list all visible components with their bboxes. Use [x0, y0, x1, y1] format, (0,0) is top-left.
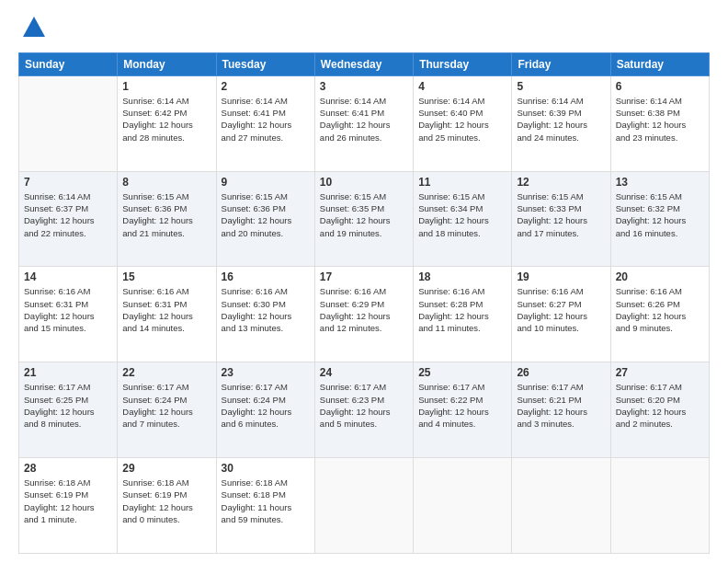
calendar-day-cell	[414, 458, 512, 554]
header	[18, 15, 710, 45]
day-number: 30	[222, 462, 310, 475]
day-info: Sunrise: 6:16 AM Sunset: 6:31 PM Dayligh…	[122, 285, 210, 334]
day-info: Sunrise: 6:16 AM Sunset: 6:29 PM Dayligh…	[320, 285, 408, 334]
day-number: 18	[418, 270, 506, 283]
calendar-header-cell: Wednesday	[314, 52, 413, 75]
calendar-week-row: 28Sunrise: 6:18 AM Sunset: 6:19 PM Dayli…	[19, 458, 710, 554]
calendar-header-row: SundayMondayTuesdayWednesdayThursdayFrid…	[19, 52, 710, 75]
day-info: Sunrise: 6:16 AM Sunset: 6:28 PM Dayligh…	[418, 285, 506, 334]
calendar-day-cell: 20Sunrise: 6:16 AM Sunset: 6:26 PM Dayli…	[610, 267, 709, 362]
calendar-day-cell: 30Sunrise: 6:18 AM Sunset: 6:18 PM Dayli…	[216, 458, 314, 554]
day-number: 29	[122, 462, 210, 475]
day-info: Sunrise: 6:14 AM Sunset: 6:42 PM Dayligh…	[122, 95, 210, 144]
day-info: Sunrise: 6:15 AM Sunset: 6:34 PM Dayligh…	[418, 190, 506, 239]
calendar-body: 1Sunrise: 6:14 AM Sunset: 6:42 PM Daylig…	[19, 75, 710, 553]
calendar-day-cell: 17Sunrise: 6:16 AM Sunset: 6:29 PM Dayli…	[314, 267, 413, 362]
day-number: 6	[616, 80, 704, 93]
day-number: 14	[24, 270, 112, 283]
calendar-day-cell: 10Sunrise: 6:15 AM Sunset: 6:35 PM Dayli…	[314, 171, 413, 267]
day-number: 17	[320, 270, 408, 283]
logo	[18, 15, 47, 45]
calendar-day-cell: 8Sunrise: 6:15 AM Sunset: 6:36 PM Daylig…	[118, 171, 216, 267]
day-info: Sunrise: 6:18 AM Sunset: 6:18 PM Dayligh…	[222, 477, 310, 525]
logo-icon	[21, 15, 47, 40]
calendar-day-cell: 27Sunrise: 6:17 AM Sunset: 6:20 PM Dayli…	[610, 362, 709, 458]
day-number: 13	[616, 176, 704, 189]
day-number: 27	[616, 366, 704, 379]
day-number: 1	[122, 80, 210, 93]
day-number: 2	[222, 80, 310, 93]
calendar-day-cell: 2Sunrise: 6:14 AM Sunset: 6:41 PM Daylig…	[216, 75, 314, 171]
calendar-day-cell: 23Sunrise: 6:17 AM Sunset: 6:24 PM Dayli…	[216, 362, 314, 458]
day-number: 19	[517, 270, 605, 283]
calendar-header-cell: Sunday	[19, 52, 118, 75]
day-info: Sunrise: 6:16 AM Sunset: 6:26 PM Dayligh…	[616, 285, 704, 334]
day-info: Sunrise: 6:17 AM Sunset: 6:21 PM Dayligh…	[517, 381, 605, 430]
day-number: 7	[24, 176, 112, 189]
day-number: 24	[320, 366, 408, 379]
day-info: Sunrise: 6:16 AM Sunset: 6:31 PM Dayligh…	[24, 285, 112, 334]
day-info: Sunrise: 6:15 AM Sunset: 6:35 PM Dayligh…	[320, 190, 408, 239]
calendar-week-row: 1Sunrise: 6:14 AM Sunset: 6:42 PM Daylig…	[19, 75, 710, 171]
calendar-day-cell: 12Sunrise: 6:15 AM Sunset: 6:33 PM Dayli…	[512, 171, 610, 267]
day-info: Sunrise: 6:17 AM Sunset: 6:24 PM Dayligh…	[122, 381, 210, 430]
calendar-header-cell: Saturday	[610, 52, 709, 75]
calendar-day-cell	[610, 458, 709, 554]
day-number: 23	[222, 366, 310, 379]
day-number: 20	[616, 270, 704, 283]
calendar-day-cell: 5Sunrise: 6:14 AM Sunset: 6:39 PM Daylig…	[512, 75, 610, 171]
page: SundayMondayTuesdayWednesdayThursdayFrid…	[0, 0, 728, 563]
day-info: Sunrise: 6:14 AM Sunset: 6:41 PM Dayligh…	[320, 95, 408, 144]
calendar-header-cell: Friday	[512, 52, 610, 75]
day-info: Sunrise: 6:18 AM Sunset: 6:19 PM Dayligh…	[122, 477, 210, 525]
calendar-day-cell	[19, 75, 118, 171]
svg-marker-0	[23, 17, 45, 37]
day-number: 9	[222, 176, 310, 189]
calendar-week-row: 14Sunrise: 6:16 AM Sunset: 6:31 PM Dayli…	[19, 267, 710, 362]
calendar-day-cell: 26Sunrise: 6:17 AM Sunset: 6:21 PM Dayli…	[512, 362, 610, 458]
day-number: 8	[122, 176, 210, 189]
day-info: Sunrise: 6:15 AM Sunset: 6:36 PM Dayligh…	[122, 190, 210, 239]
day-number: 22	[122, 366, 210, 379]
calendar-week-row: 7Sunrise: 6:14 AM Sunset: 6:37 PM Daylig…	[19, 171, 710, 267]
calendar-day-cell: 7Sunrise: 6:14 AM Sunset: 6:37 PM Daylig…	[19, 171, 118, 267]
calendar-week-row: 21Sunrise: 6:17 AM Sunset: 6:25 PM Dayli…	[19, 362, 710, 458]
day-info: Sunrise: 6:17 AM Sunset: 6:22 PM Dayligh…	[418, 381, 506, 430]
calendar-day-cell	[512, 458, 610, 554]
calendar-day-cell: 25Sunrise: 6:17 AM Sunset: 6:22 PM Dayli…	[414, 362, 512, 458]
day-info: Sunrise: 6:17 AM Sunset: 6:20 PM Dayligh…	[616, 381, 704, 430]
day-number: 12	[517, 176, 605, 189]
calendar-day-cell: 6Sunrise: 6:14 AM Sunset: 6:38 PM Daylig…	[610, 75, 709, 171]
calendar-day-cell: 1Sunrise: 6:14 AM Sunset: 6:42 PM Daylig…	[118, 75, 216, 171]
day-number: 3	[320, 80, 408, 93]
day-info: Sunrise: 6:14 AM Sunset: 6:41 PM Dayligh…	[222, 95, 310, 144]
day-number: 11	[418, 176, 506, 189]
day-info: Sunrise: 6:15 AM Sunset: 6:32 PM Dayligh…	[616, 190, 704, 239]
calendar-day-cell: 3Sunrise: 6:14 AM Sunset: 6:41 PM Daylig…	[314, 75, 413, 171]
day-info: Sunrise: 6:15 AM Sunset: 6:36 PM Dayligh…	[222, 190, 310, 239]
day-info: Sunrise: 6:15 AM Sunset: 6:33 PM Dayligh…	[517, 190, 605, 239]
calendar-day-cell: 11Sunrise: 6:15 AM Sunset: 6:34 PM Dayli…	[414, 171, 512, 267]
day-info: Sunrise: 6:14 AM Sunset: 6:38 PM Dayligh…	[616, 95, 704, 144]
calendar-day-cell: 9Sunrise: 6:15 AM Sunset: 6:36 PM Daylig…	[216, 171, 314, 267]
calendar-day-cell: 29Sunrise: 6:18 AM Sunset: 6:19 PM Dayli…	[118, 458, 216, 554]
calendar-day-cell: 22Sunrise: 6:17 AM Sunset: 6:24 PM Dayli…	[118, 362, 216, 458]
calendar-day-cell: 21Sunrise: 6:17 AM Sunset: 6:25 PM Dayli…	[19, 362, 118, 458]
calendar-day-cell: 15Sunrise: 6:16 AM Sunset: 6:31 PM Dayli…	[118, 267, 216, 362]
calendar-day-cell: 13Sunrise: 6:15 AM Sunset: 6:32 PM Dayli…	[610, 171, 709, 267]
calendar-day-cell: 16Sunrise: 6:16 AM Sunset: 6:30 PM Dayli…	[216, 267, 314, 362]
calendar-table: SundayMondayTuesdayWednesdayThursdayFrid…	[18, 52, 710, 554]
day-info: Sunrise: 6:14 AM Sunset: 6:40 PM Dayligh…	[418, 95, 506, 144]
calendar-header-cell: Tuesday	[216, 52, 314, 75]
day-number: 4	[418, 80, 506, 93]
day-number: 15	[122, 270, 210, 283]
day-number: 21	[24, 366, 112, 379]
day-info: Sunrise: 6:17 AM Sunset: 6:24 PM Dayligh…	[222, 381, 310, 430]
day-info: Sunrise: 6:16 AM Sunset: 6:27 PM Dayligh…	[517, 285, 605, 334]
day-info: Sunrise: 6:18 AM Sunset: 6:19 PM Dayligh…	[24, 477, 112, 525]
calendar-day-cell: 24Sunrise: 6:17 AM Sunset: 6:23 PM Dayli…	[314, 362, 413, 458]
day-number: 10	[320, 176, 408, 189]
day-info: Sunrise: 6:14 AM Sunset: 6:37 PM Dayligh…	[24, 190, 112, 239]
day-info: Sunrise: 6:17 AM Sunset: 6:23 PM Dayligh…	[320, 381, 408, 430]
calendar-day-cell: 4Sunrise: 6:14 AM Sunset: 6:40 PM Daylig…	[414, 75, 512, 171]
